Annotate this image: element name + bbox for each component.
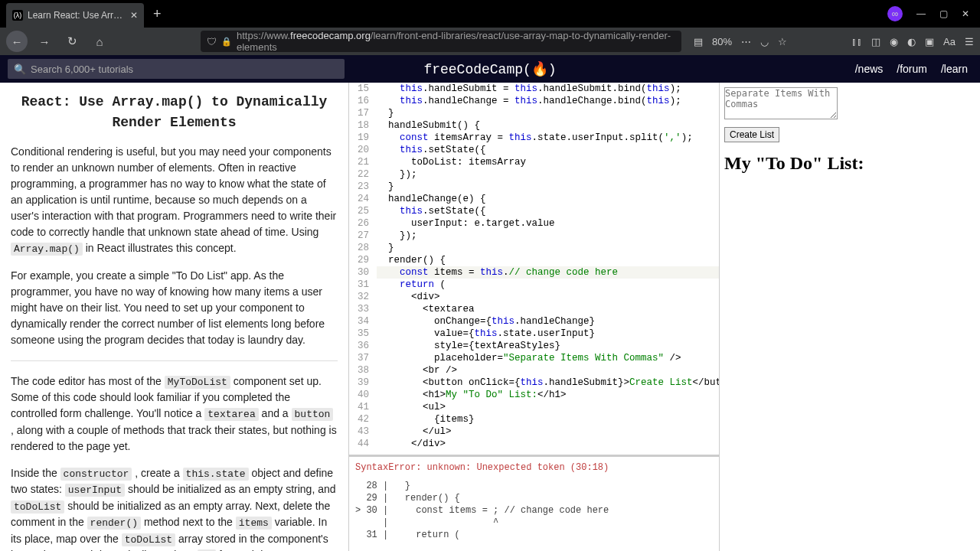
line-content[interactable]: style={textAreaStyles} [377,340,719,352]
pocket-icon[interactable]: ◡ [760,36,769,47]
code-line[interactable]: 25 this.setState({ [349,205,719,217]
new-tab-button[interactable]: + [153,6,162,22]
editor-panel: 15 this.handleSubmit = this.handleSubmit… [349,83,720,551]
line-content[interactable]: <textarea [377,303,719,315]
library-icon[interactable]: ⫿⫿ [851,36,862,47]
ext1-icon[interactable]: ◉ [890,36,898,47]
instructions-panel[interactable]: React: Use Array.map() to Dynamically Re… [0,83,349,551]
preview-textarea[interactable] [724,87,838,119]
site-logo[interactable]: freeCodeCamp(🔥) [423,60,556,77]
line-content[interactable]: <div> [377,291,719,303]
code-line[interactable]: 20 this.setState({ [349,144,719,156]
nav-learn[interactable]: /learn [941,63,968,75]
ext3-icon[interactable]: ▣ [925,36,934,47]
code-line[interactable]: 15 this.handleSubmit = this.handleSubmit… [349,83,719,95]
line-content[interactable]: <button onClick={this.handleSubmit}>Crea… [377,377,719,389]
minimize-icon[interactable]: — [916,8,926,19]
code-line[interactable]: 27 }); [349,230,719,242]
close-window-icon[interactable]: ✕ [962,8,969,19]
code-line[interactable]: 28 } [349,242,719,254]
line-content[interactable]: render() { [377,254,719,266]
line-content[interactable]: this.handleSubmit = this.handleSubmit.bi… [377,83,719,95]
code-line[interactable]: 44 </div> [349,438,719,450]
line-content[interactable]: value={this.state.userInput} [377,328,719,340]
code-line[interactable]: 16 this.handleChange = this.handleChange… [349,95,719,107]
line-content[interactable]: this.setState({ [377,205,719,217]
line-content[interactable]: {items} [377,413,719,425]
line-number: 27 [349,230,377,242]
code-line[interactable]: 26 userInput: e.target.value [349,217,719,230]
line-content[interactable]: this.setState({ [377,144,719,156]
font-icon[interactable]: Aa [943,36,956,47]
line-number: 41 [349,401,377,413]
line-content[interactable]: <br /> [377,364,719,377]
code-line[interactable]: 32 <div> [349,291,719,303]
url-bar[interactable]: 🛡 🔒 https://www.freecodecamp.org/learn/f… [201,31,681,52]
code-line[interactable]: 38 <br /> [349,364,719,377]
code-line[interactable]: 40 <h1>My "To Do" List:</h1> [349,389,719,401]
code-line[interactable]: 31 return ( [349,279,719,291]
code-line[interactable]: 21 toDoList: itemsArray [349,156,719,168]
nav-news[interactable]: /news [855,63,884,75]
code-line[interactable]: 39 <button onClick={this.handleSubmit}>C… [349,377,719,389]
menu-icon[interactable]: ☰ [965,36,974,47]
line-content[interactable]: const items = this.// change code here [377,266,719,279]
line-content[interactable]: } [377,242,719,254]
code-line[interactable]: 22 }); [349,168,719,181]
line-content[interactable]: toDoList: itemsArray [377,156,719,168]
tab-close-icon[interactable]: ✕ [130,10,138,21]
ext2-icon[interactable]: ◐ [907,36,916,47]
code-line[interactable]: 23 } [349,181,719,193]
code-line[interactable]: 41 <ul> [349,401,719,413]
zoom-level[interactable]: 80% [712,36,732,47]
home-button[interactable]: ⌂ [89,31,110,52]
account-badge[interactable]: ∞ [887,6,903,21]
code-line[interactable]: 18 handleSubmit() { [349,119,719,132]
line-content[interactable]: userInput: e.target.value [377,217,719,230]
line-content[interactable]: placeholder="Separate Items With Commas"… [377,352,719,364]
code-line[interactable]: 42 {items} [349,413,719,425]
code-line[interactable]: 36 style={textAreaStyles} [349,340,719,352]
code-line[interactable]: 17 } [349,107,719,119]
code-line[interactable]: 35 value={this.state.userInput} [349,328,719,340]
line-content[interactable]: const itemsArray = this.state.userInput.… [377,132,719,144]
nav-forum[interactable]: /forum [897,63,927,75]
forward-button[interactable]: → [34,31,55,52]
line-number: 22 [349,168,377,181]
console-panel[interactable]: SyntaxError: unknown: Unexpected token (… [349,455,719,551]
line-content[interactable]: } [377,181,719,193]
line-content[interactable]: this.handleChange = this.handleChange.bi… [377,95,719,107]
line-content[interactable]: </div> [377,438,719,450]
sidebar-icon[interactable]: ◫ [871,36,880,47]
code-line[interactable]: 19 const itemsArray = this.state.userInp… [349,132,719,144]
line-content[interactable]: handleChange(e) { [377,193,719,205]
bookmark-icon[interactable]: ☆ [778,36,787,47]
line-content[interactable]: } [377,107,719,119]
code-line[interactable]: 24 handleChange(e) { [349,193,719,205]
line-content[interactable]: handleSubmit() { [377,119,719,132]
line-content[interactable]: }); [377,230,719,242]
browser-tab[interactable]: (λ) Learn React: Use Array.map() to ✕ [6,3,144,28]
back-button[interactable]: ← [6,31,28,52]
reload-button[interactable]: ↻ [61,31,83,52]
tab-title: Learn React: Use Array.map() to [28,10,124,21]
code-line[interactable]: 33 <textarea [349,303,719,315]
preview-create-list-button[interactable]: Create List [724,127,779,142]
search-placeholder: Search 6,000+ tutorials [31,64,133,75]
search-input[interactable]: 🔍 Search 6,000+ tutorials [8,59,345,79]
line-content[interactable]: </ul> [377,425,719,438]
code-line[interactable]: 34 onChange={this.handleChange} [349,315,719,328]
code-line[interactable]: 30 const items = this.// change code her… [349,266,719,279]
line-content[interactable]: }); [377,168,719,181]
code-line[interactable]: 37 placeholder="Separate Items With Comm… [349,352,719,364]
line-content[interactable]: return ( [377,279,719,291]
overflow-menu-icon[interactable]: ⋯ [741,36,751,47]
reader-icon[interactable]: ▤ [694,36,703,47]
code-line[interactable]: 29 render() { [349,254,719,266]
code-editor[interactable]: 15 this.handleSubmit = this.handleSubmit… [349,83,719,455]
line-content[interactable]: onChange={this.handleChange} [377,315,719,328]
code-line[interactable]: 43 </ul> [349,425,719,438]
maximize-icon[interactable]: ▢ [939,8,948,19]
line-content[interactable]: <h1>My "To Do" List:</h1> [377,389,719,401]
line-content[interactable]: <ul> [377,401,719,413]
